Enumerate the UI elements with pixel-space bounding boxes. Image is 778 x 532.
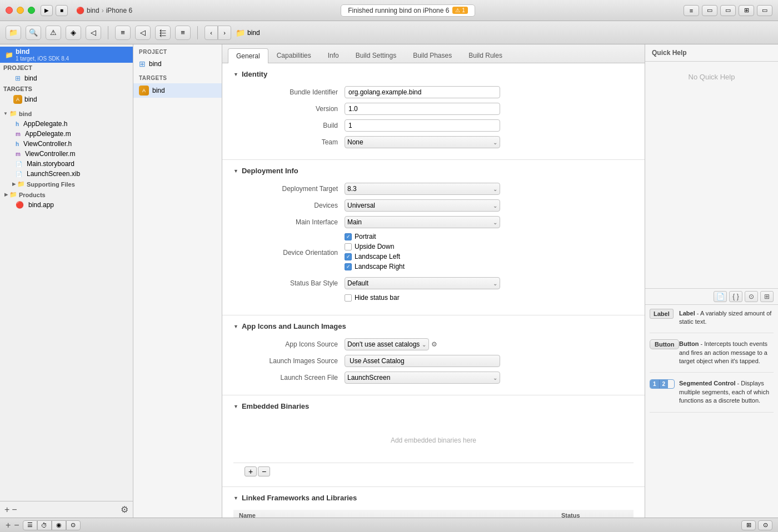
options-button[interactable]: ⚙ — [121, 504, 128, 515]
device-name: iPhone 6 — [106, 7, 132, 14]
tab-capabilities[interactable]: Capabilities — [268, 48, 320, 63]
hide-status-bar-row: Hide status bar — [233, 294, 634, 304]
file-view-btn[interactable]: 📄 — [714, 291, 727, 302]
close-button[interactable] — [6, 7, 13, 14]
linked-frameworks-header[interactable]: ▼ Linked Frameworks and Libraries — [233, 494, 634, 502]
file-viewcontroller-h[interactable]: h ViewController.h — [0, 139, 133, 149]
sidebar-footer: + − ⚙ — [0, 501, 133, 518]
devices-label: Devices — [233, 202, 345, 209]
status-bar-style-select[interactable]: Default ⌄ — [345, 277, 500, 289]
clock-view-btn[interactable]: ⊙ — [745, 291, 758, 302]
view-toggle-4[interactable]: ▭ — [757, 5, 772, 16]
version-control — [345, 103, 500, 115]
tab-build-rules[interactable]: Build Rules — [460, 48, 511, 63]
view-toggle-3[interactable]: ⊞ — [739, 5, 754, 16]
tab-info[interactable]: Info — [320, 48, 347, 63]
file-viewcontroller-m[interactable]: m ViewController.m — [0, 149, 133, 159]
file-bind-app[interactable]: 🔴 bind.app — [0, 200, 133, 210]
use-asset-catalog-button[interactable]: Use Asset Catalog — [345, 355, 500, 367]
view-toggle-1[interactable]: ▭ — [702, 5, 717, 16]
titlebar-right: ≡ ▭ ▭ ⊞ ▭ — [684, 5, 772, 16]
embedded-binaries-header[interactable]: ▼ Embedded Binaries — [233, 402, 634, 410]
embedded-add-button[interactable]: + — [245, 466, 257, 476]
status-bar-style-value: Default — [347, 279, 368, 287]
portrait-checkbox[interactable]: ✓ — [345, 233, 352, 240]
filter-btn-1[interactable]: ☰ — [23, 520, 37, 530]
segmented-bold: Segmented Control — [679, 380, 735, 387]
upside-down-checkbox[interactable] — [345, 243, 352, 250]
filter-btn-3[interactable]: ◉ — [52, 520, 66, 530]
sidebar-products[interactable]: ▶ 📁 Products — [0, 189, 133, 200]
minimize-button[interactable] — [17, 7, 24, 14]
targets-bind-item[interactable]: A bind — [133, 83, 222, 98]
forward-icon[interactable]: ≡ — [175, 26, 191, 40]
history-icon[interactable]: ≡ — [115, 26, 131, 40]
stop-button[interactable]: ■ — [56, 5, 68, 16]
app-icons-triangle: ▼ — [233, 324, 238, 329]
team-select[interactable]: None ⌄ — [345, 136, 500, 148]
button-widget-display: Button — [650, 339, 679, 349]
bundle-identifier-input[interactable] — [345, 86, 500, 98]
bottom-right-btn-2[interactable]: ⊙ — [758, 520, 772, 530]
landscape-left-checkbox[interactable]: ✓ — [345, 253, 352, 260]
bottom-right-btn[interactable]: ⊞ — [741, 520, 756, 530]
devices-control: Universal ⌄ — [345, 199, 500, 212]
view-toggle-2[interactable]: ▭ — [720, 5, 736, 16]
back-icon[interactable]: ⬱ — [155, 26, 171, 40]
build-row: Build — [233, 119, 634, 132]
breakpoint-icon[interactable]: ◈ — [66, 26, 81, 40]
bookmark-icon[interactable]: ◁ — [135, 26, 151, 40]
qh-label-desc: Label - A variably sized amount of stati… — [679, 309, 774, 327]
app-icons-source-label: App Icons Source — [233, 340, 345, 348]
sidebar-supporting-files[interactable]: ▶ 📁 Supporting Files — [0, 179, 133, 189]
group-triangle: ▼ — [3, 111, 8, 116]
devices-select[interactable]: Universal ⌄ — [345, 199, 500, 212]
nav-prev-button[interactable]: ‹ — [205, 26, 218, 40]
warning-icon[interactable]: ⚠ — [46, 26, 61, 40]
run-stop-button[interactable]: ▶ — [41, 5, 53, 16]
embedded-title: Embedded Binaries — [242, 402, 309, 410]
embedded-remove-button[interactable]: − — [258, 466, 270, 476]
file-appdelegate-h[interactable]: h AppDelegate.h — [0, 119, 133, 129]
test-icon[interactable]: ◁ — [86, 26, 101, 40]
tab-build-settings[interactable]: Build Settings — [347, 48, 405, 63]
gear-icon[interactable]: ⚙ — [431, 340, 437, 348]
file-appdelegate-m[interactable]: m AppDelegate.m — [0, 129, 133, 139]
add-file-button[interactable]: + — [4, 505, 9, 515]
sidebar-project-bind[interactable]: ⊞ bind — [9, 73, 133, 84]
target-icon: A — [13, 95, 22, 104]
file-main-storyboard[interactable]: 📄 Main.storyboard — [0, 159, 133, 169]
deployment-target-select[interactable]: 8.3 ⌄ — [345, 183, 500, 195]
version-input[interactable] — [345, 103, 500, 115]
tab-build-phases[interactable]: Build Phases — [405, 48, 460, 63]
maximize-button[interactable] — [28, 7, 35, 14]
grid-view-btn[interactable]: ⊞ — [760, 291, 774, 302]
build-input[interactable] — [345, 119, 500, 132]
nav-next-button[interactable]: › — [218, 26, 231, 40]
sidebar-root-item[interactable]: 📁 bind 1 target, iOS SDK 8.4 — [0, 47, 133, 63]
add-bottom-button[interactable]: + — [6, 520, 11, 530]
identity-header[interactable]: ▼ Identity — [233, 70, 634, 78]
main-interface-control: Main ⌄ — [345, 216, 500, 228]
hide-status-bar-checkbox[interactable] — [345, 294, 352, 302]
navigator-toggle[interactable]: ≡ — [684, 5, 699, 16]
app-icons-source-select[interactable]: Don't use asset catalogs ⌄ — [345, 338, 429, 350]
sidebar-targets-bind[interactable]: A bind — [9, 94, 133, 105]
file-launchscreen-xib[interactable]: 📄 LaunchScreen.xib — [0, 169, 133, 179]
toolbar-sep-1 — [108, 26, 108, 39]
folder-icon[interactable]: 📁 — [6, 26, 21, 40]
deployment-header[interactable]: ▼ Deployment Info — [233, 167, 634, 175]
sidebar-bind-group[interactable]: ▼ 📁 bind — [0, 108, 133, 119]
remove-bottom-button[interactable]: − — [14, 520, 19, 530]
search-icon[interactable]: 🔍 — [26, 26, 41, 40]
targets-project-item[interactable]: ⊞ bind — [133, 57, 222, 71]
filter-btn-2[interactable]: ⏱ — [37, 520, 52, 530]
landscape-right-checkbox[interactable]: ✓ — [345, 263, 352, 270]
launch-screen-select[interactable]: LaunchScreen ⌄ — [345, 372, 500, 384]
filter-btn-4[interactable]: ⊙ — [66, 520, 81, 530]
main-interface-select[interactable]: Main ⌄ — [345, 216, 500, 228]
tab-general[interactable]: General — [228, 48, 268, 63]
app-icons-header[interactable]: ▼ App Icons and Launch Images — [233, 322, 634, 330]
code-view-btn[interactable]: { } — [729, 291, 742, 302]
remove-file-button[interactable]: − — [12, 505, 17, 515]
